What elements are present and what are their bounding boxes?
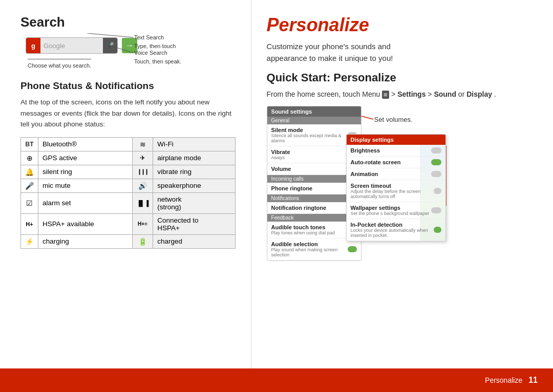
- alarm-icon: ☑: [21, 192, 38, 213]
- microphone-icon: 🎤: [103, 38, 117, 53]
- bottom-page: 11: [528, 376, 538, 385]
- status-table: BT Bluetooth® ≋ Wi-Fi ⊕ GPS active ✈ air…: [20, 137, 236, 249]
- left-column: Search g Google 🎤 → Text Sea: [0, 0, 251, 368]
- display-settings-header: Display settings: [347, 135, 445, 145]
- svg-line-2: [361, 116, 373, 119]
- set-volumes-annotation: Set volumes.: [374, 115, 413, 124]
- table-row: H+ HSPA+ available H+≡ Connected toHSPA+: [21, 213, 236, 234]
- gps-icon: ⊕: [21, 151, 38, 165]
- search-box[interactable]: g Google 🎤: [26, 37, 118, 54]
- bottom-label: Personalize: [485, 376, 522, 384]
- search-area: g Google 🎤 → Text Search Type, then touc…: [26, 37, 236, 69]
- hspa-label: HSPA+ available: [38, 213, 133, 234]
- mic-mute-icon: 🎤: [21, 179, 38, 192]
- search-placeholder: Google: [40, 42, 103, 50]
- personalize-title: Personalize: [267, 14, 538, 36]
- airplane-icon: ✈: [132, 151, 153, 165]
- animation-toggle: [431, 171, 441, 177]
- brightness-row: Brightness: [347, 145, 445, 157]
- screen-timeout-row: Screen timeout Adjust the delay before t…: [347, 180, 445, 202]
- wifi-label: Wi-Fi: [153, 137, 235, 151]
- wallpaper-toggle: [431, 207, 441, 213]
- bluetooth-label: Bluetooth®: [38, 137, 133, 151]
- audible-selection-toggle: [348, 246, 357, 252]
- table-row: ☑ alarm set ▐▌▐ network(strong): [21, 192, 236, 213]
- search-arrow-button[interactable]: →: [122, 38, 137, 53]
- general-section: General: [267, 117, 361, 124]
- wallpaper-row: Wallpaper settings Set the phone s backg…: [347, 202, 445, 219]
- vibrate-label: vibrate ring: [153, 165, 235, 179]
- auto-rotate-toggle: [431, 159, 441, 165]
- vibrate-icon: ❙❙❙: [132, 165, 153, 179]
- brightness-toggle: [431, 147, 441, 154]
- personalize-description: Customize your phone's sounds and appear…: [267, 41, 538, 64]
- audible-selection-row: Audible selection Play sound when making…: [267, 238, 361, 260]
- quick-start-title: Quick Start: Personalize: [267, 71, 538, 84]
- speakerphone-label: speakerphone: [153, 179, 235, 192]
- phone-status-description: At the top of the screen, icons on the l…: [20, 97, 236, 130]
- table-row: ⚡ charging 🔋 charged: [21, 234, 236, 248]
- network-icon: ▐▌▐: [132, 192, 153, 213]
- settings-label: Settings: [397, 90, 426, 98]
- gps-label: GPS active: [38, 151, 133, 165]
- table-row: ⊕ GPS active ✈ airplane mode: [21, 151, 236, 165]
- charging-icon: ⚡: [21, 234, 38, 248]
- bottom-bar: Personalize 11: [0, 368, 553, 392]
- in-pocket-row: In-Pocket detection Locks your device au…: [347, 219, 445, 241]
- connected-hspa-label: Connected toHSPA+: [153, 213, 235, 234]
- sound-settings-header: Sound settings: [267, 106, 361, 117]
- bluetooth-icon: BT: [21, 137, 38, 151]
- charged-icon: 🔋: [132, 234, 153, 248]
- in-pocket-toggle: [434, 227, 441, 233]
- sound-label: Sound: [434, 90, 456, 98]
- google-icon: g: [26, 38, 40, 53]
- silent-ring-label: silent ring: [38, 165, 133, 179]
- connected-hspa-icon: H+≡: [132, 213, 153, 234]
- search-title: Search: [20, 14, 236, 30]
- mic-mute-label: mic mute: [38, 179, 133, 192]
- network-label: network(strong): [153, 192, 235, 213]
- display-label: Display: [466, 90, 492, 98]
- phone-status-title: Phone Status & Notifications: [20, 80, 236, 92]
- airplane-label: airplane mode: [153, 151, 235, 165]
- silent-ring-icon: 🔔: [21, 165, 38, 179]
- quick-start-description: From the home screen, touch Menu ⊞ > Set…: [267, 89, 538, 100]
- screen-timeout-toggle: [434, 188, 441, 194]
- right-column: Personalize Customize your phone's sound…: [251, 0, 553, 368]
- table-row: 🎤 mic mute 🔊 speakerphone: [21, 179, 236, 192]
- wifi-icon: ≋: [132, 137, 153, 151]
- table-row: BT Bluetooth® ≋ Wi-Fi: [21, 137, 236, 151]
- table-row: 🔔 silent ring ❙❙❙ vibrate ring: [21, 165, 236, 179]
- charging-label: charging: [38, 234, 133, 248]
- charged-label: charged: [153, 234, 235, 248]
- mockup-area: Sound settings General Silent mode Silen…: [267, 106, 461, 249]
- hspa-icon: H+: [21, 213, 38, 234]
- svg-line-0: [87, 33, 133, 37]
- auto-rotate-row: Auto-rotate screen: [347, 157, 445, 168]
- speakerphone-icon: 🔊: [132, 179, 153, 192]
- choose-label: Choose what you search.: [28, 62, 91, 69]
- alarm-label: alarm set: [38, 192, 133, 213]
- menu-icon: ⊞: [382, 91, 389, 99]
- display-settings-mockup: Display settings Brightness Auto-rotate …: [346, 134, 446, 242]
- voice-search-sub: Touch, then speak.: [134, 57, 181, 66]
- animation-row: Animation: [347, 168, 445, 180]
